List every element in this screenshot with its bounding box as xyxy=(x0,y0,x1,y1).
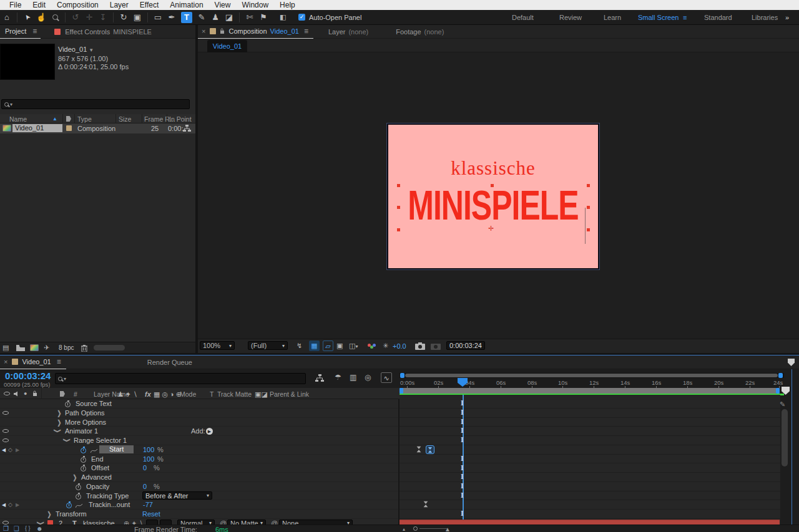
prop-opacity[interactable]: Opacity 0 % xyxy=(0,482,398,491)
solo-column-icon[interactable]: ● xyxy=(24,390,27,397)
folder-icon[interactable] xyxy=(16,345,25,351)
layer-name[interactable]: klassische xyxy=(83,520,115,525)
col-type[interactable]: Type xyxy=(77,115,92,123)
menu-window[interactable]: Window xyxy=(236,1,274,9)
prop-value[interactable]: 100 xyxy=(143,455,154,463)
selection-tool-icon[interactable]: ➤ xyxy=(20,9,34,25)
project-item-name[interactable]: Video_01 xyxy=(12,124,62,132)
panel-menu-icon[interactable]: ≡ xyxy=(57,357,61,366)
hand-tool-icon[interactable]: ☝ xyxy=(34,12,48,22)
vertical-scrollbar[interactable] xyxy=(782,409,788,467)
project-comp-name[interactable]: Video_01 ▼ xyxy=(58,46,94,53)
stopwatch-icon[interactable] xyxy=(76,494,81,500)
twirl-icon[interactable]: ❯ xyxy=(57,418,61,426)
viewer-area[interactable]: klassische MINISPIELE ✛ xyxy=(198,52,799,339)
label-column-icon[interactable] xyxy=(66,116,71,122)
col-t[interactable]: T xyxy=(210,390,213,398)
timeline-pan-scrollbar[interactable] xyxy=(400,373,784,378)
motion-blur-icon[interactable]: ◎ xyxy=(365,373,371,382)
lock-icon[interactable] xyxy=(220,28,225,34)
project-row-video01[interactable]: Video_01 Composition 25 0:00: xyxy=(0,123,195,133)
next-keyframe-icon[interactable]: ▶ xyxy=(16,502,19,508)
menu-help[interactable]: Help xyxy=(274,1,301,9)
prop-advanced[interactable]: ❯ Advanced xyxy=(0,473,398,482)
workspace-default[interactable]: Default xyxy=(503,14,542,21)
tab-effect-controls[interactable]: Effect Controls xyxy=(65,28,110,36)
brush-tool-icon[interactable]: ✎ xyxy=(195,12,208,22)
next-keyframe-icon[interactable]: ▶ xyxy=(16,447,19,453)
pen-tool-icon[interactable]: ✒ xyxy=(165,12,179,22)
workspace-menu-icon[interactable]: ≡ xyxy=(683,14,687,21)
puppet-pin-tool-icon[interactable]: ⚑ xyxy=(257,12,270,22)
prop-start[interactable]: ◀ ◇ ▶ Start 100 % xyxy=(0,445,398,455)
interpret-footage-icon[interactable]: ▤ xyxy=(2,344,9,352)
fast-previews-icon[interactable]: ↯ xyxy=(297,342,302,350)
prop-path-options[interactable]: ❯ Path Options xyxy=(0,409,398,418)
prop-value[interactable]: -77 xyxy=(143,501,153,508)
workspace-standard[interactable]: Standard xyxy=(695,14,741,21)
tracking-type-select[interactable]: Before & After ▾ xyxy=(142,491,212,500)
proxy-icon[interactable]: ✈ xyxy=(44,344,49,352)
tab-layer[interactable]: Layer xyxy=(328,28,346,36)
rotation-tool-icon[interactable]: ↻ xyxy=(117,12,130,22)
anchor-point-icon[interactable]: ✛ xyxy=(488,225,494,233)
exposure-value[interactable]: +0.0 xyxy=(393,342,406,350)
track-matte-select[interactable]: No Matte▾ xyxy=(227,520,266,525)
parent-select[interactable]: None▾ xyxy=(279,520,353,525)
pan-behind-tool-icon[interactable]: ▣ xyxy=(130,12,144,22)
roto-brush-tool-icon[interactable]: ✄ xyxy=(243,12,257,22)
preview-icon[interactable]: ❑ xyxy=(14,525,19,532)
panel-menu-icon[interactable]: ≡ xyxy=(304,27,308,36)
viewer-timecode[interactable]: 0:00:03:24 xyxy=(446,341,485,350)
prop-value[interactable]: 0 xyxy=(143,483,147,490)
prev-keyframe-icon[interactable]: ◀ xyxy=(2,502,6,508)
workspace-small-screen[interactable]: Small Screen xyxy=(629,14,687,21)
matte-pickwhip-icon[interactable]: @ xyxy=(220,520,227,525)
col-parent-link[interactable]: Parent & Link xyxy=(270,390,309,398)
selection-handle[interactable] xyxy=(397,228,400,231)
close-tab-icon[interactable]: × xyxy=(202,27,205,35)
layer-color-swatch[interactable] xyxy=(47,520,53,525)
eye-icon[interactable] xyxy=(2,429,9,433)
workspace-learn[interactable]: Learn xyxy=(595,14,630,21)
stopwatch-icon[interactable] xyxy=(66,503,72,508)
expression-graph-icon[interactable] xyxy=(91,448,98,453)
channel-blue-icon[interactable] xyxy=(373,344,376,347)
zoom-out-icon[interactable]: ▴ xyxy=(403,526,405,532)
work-area-start-handle[interactable] xyxy=(400,388,403,394)
horizontal-scrollbar[interactable] xyxy=(94,345,125,351)
zoom-in-icon[interactable]: ▲ xyxy=(444,526,451,532)
menu-edit[interactable]: Edit xyxy=(27,1,51,9)
lock-column-icon[interactable] xyxy=(32,390,37,397)
menu-effect[interactable]: Effect xyxy=(134,1,164,9)
zoom-handle-left[interactable] xyxy=(400,373,404,378)
twirl-icon[interactable]: ❯ xyxy=(72,473,77,481)
trash-icon[interactable] xyxy=(81,344,87,352)
pen-marker-icon[interactable]: ✎ xyxy=(780,400,785,409)
keyframe-easy-ease[interactable] xyxy=(417,447,421,452)
col-size[interactable]: Size xyxy=(119,115,131,123)
selection-handle[interactable] xyxy=(397,206,400,209)
tab-render-queue[interactable]: Render Queue xyxy=(147,359,192,366)
zoom-tool-icon[interactable] xyxy=(48,12,62,22)
label-color-swatch[interactable] xyxy=(66,125,72,131)
sort-arrow-icon[interactable]: ▲ xyxy=(52,116,57,122)
selection-handle[interactable] xyxy=(587,206,590,209)
pan-camera-tool-icon[interactable]: ✛ xyxy=(82,12,96,22)
eraser-tool-icon[interactable]: ◪ xyxy=(222,12,236,22)
close-tab-icon[interactable]: × xyxy=(4,358,7,365)
time-ruler[interactable]: 0:00s 02s 04s 06s 08s 10s 12s 14s 16s 18… xyxy=(400,378,784,388)
project-search-input[interactable]: ▾ xyxy=(1,99,190,109)
stopwatch-icon[interactable] xyxy=(65,402,71,407)
bpc-button[interactable]: 8 bpc xyxy=(59,344,74,351)
eye-icon[interactable] xyxy=(2,438,9,442)
video-column-icon[interactable] xyxy=(4,392,10,395)
orbit-camera-tool-icon[interactable]: ↺ xyxy=(69,12,82,22)
twirl-icon[interactable]: ❯ xyxy=(47,510,51,518)
user-icon[interactable]: ☻ xyxy=(36,525,43,532)
twirl-icon[interactable]: ❯ xyxy=(54,429,62,433)
parent-pickwhip-icon[interactable]: @ xyxy=(271,520,278,525)
draft-3d-icon[interactable]: ☂ xyxy=(335,373,341,382)
zoom-select[interactable]: 100%▾ xyxy=(200,341,235,350)
transform-reset-button[interactable]: Reset xyxy=(142,510,160,518)
